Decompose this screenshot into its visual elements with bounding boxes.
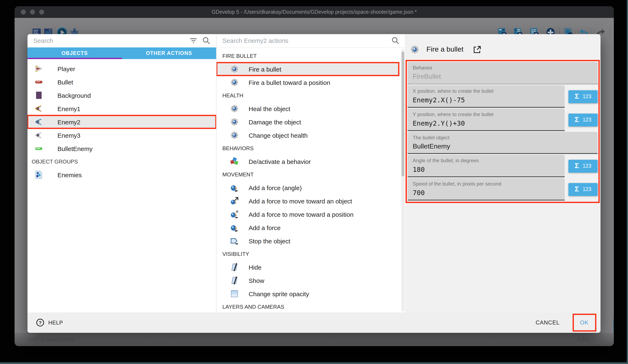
action-row[interactable]: Show [217,274,399,287]
parameter-field[interactable]: Y position, where to create the bulletEn… [408,109,565,131]
action-title: Fire a bullet [426,45,464,54]
close-window-button[interactable] [21,9,26,14]
parameters-form: BehaviorFireBulletX position, where to c… [406,60,600,203]
parameter-row: Angle of the bullet, in degrees180Σ123 [408,155,598,177]
svg-text:?: ? [39,320,42,325]
object-label: BulletEnemy [58,145,92,152]
field-label: Behavior [413,65,593,71]
sigma-icon: Σ [575,116,579,124]
parameter-field[interactable]: Speed of the bullet, in pixels per secon… [408,178,565,200]
object-label: Background [58,92,91,99]
object-row-background[interactable]: Background [27,89,216,102]
object-row-bullet[interactable]: Bullet [27,75,216,89]
field-value: Enemy2.Y()+30 [413,120,560,127]
expression-editor-button[interactable]: Σ123 [568,160,598,173]
action-row[interactable]: Heal the object [217,102,399,115]
actions-search-input[interactable]: Search Enemy2 actions [217,34,405,47]
field-value: BulletEnemy [413,143,593,150]
desktop-edge [0,362,628,364]
behavior-field[interactable]: BehaviorFireBullet [408,62,598,84]
expression-editor-button[interactable]: Σ123 [568,90,598,103]
toolbar-divider [610,27,610,38]
search-icon[interactable] [202,36,211,45]
object-label: Bullet [58,78,73,85]
action-row[interactable]: Change sprite opacity [217,287,399,300]
hide-icon [230,262,239,272]
group-row-enemies[interactable]: Enemies [27,168,216,181]
action-row[interactable]: Add a force to move toward a position [217,208,399,221]
action-row[interactable]: Change object health [217,128,399,142]
background-icon [34,91,43,100]
search-icon[interactable] [391,36,400,45]
sigma-icon: Σ [575,92,579,101]
gear-icon [230,117,239,126]
actions-list: FIRE BULLETFire a bulletFire a bullet to… [217,47,405,312]
filter-icon[interactable] [189,36,198,45]
action-row[interactable]: Damage the object [217,115,399,128]
enemies-group-icon [34,170,43,179]
gear-icon [410,45,420,55]
dialog-footer: ? HELP CANCEL OK [27,312,601,333]
action-row[interactable]: Add a force (angle) [217,181,399,194]
action-row[interactable]: Fire a bullet toward a position [217,76,399,89]
parameter-field[interactable]: The bullet objectBulletEnemy [408,132,598,154]
actions-search-placeholder: Search Enemy2 actions [222,37,288,44]
objects-search-input[interactable]: Search [27,34,216,47]
expression-editor-button[interactable]: Σ123 [568,183,598,196]
action-row[interactable]: Add a force to move toward an object [217,194,399,208]
help-button[interactable]: ? HELP [36,312,63,333]
digits-icon: 123 [583,163,591,169]
sigma-icon: Σ [575,162,579,170]
action-section-header: HEALTH [217,89,405,102]
parameter-field[interactable]: X position, where to create the bulletEn… [408,85,565,108]
object-label: Enemy1 [58,105,80,112]
maximize-window-button[interactable] [39,9,44,14]
action-section-header: BEHAVIORS [217,142,405,155]
field-value: 180 [413,166,560,174]
action-row[interactable]: Fire a bullet [217,62,399,76]
toolbar-search-icon[interactable] [614,27,614,38]
action-label: Add a force to move toward a position [249,211,354,218]
player-ship-icon [34,64,43,73]
action-label: Add a force (angle) [249,184,302,191]
action-row[interactable]: Hide [217,260,399,274]
action-section-header: MOVEMENT [217,168,405,181]
expression-editor-button[interactable]: Σ123 [568,113,598,126]
action-label: Add a force [249,224,280,231]
action-header: Fire a bullet [410,44,481,55]
screen: GDevelop 5 - /Users/dkarakay/Documents/G… [0,0,628,364]
minimize-window-button[interactable] [30,9,35,14]
object-row-enemy2[interactable]: Enemy2 [27,115,216,128]
sigma-icon: Σ [575,185,579,193]
object-row-player[interactable]: Player [27,62,216,75]
object-label: Enemy3 [58,132,80,139]
help-label: HELP [48,319,63,326]
gear-icon [230,78,239,87]
action-row[interactable]: De/activate a behavior [217,155,399,168]
action-label: Heal the object [249,105,290,112]
field-value: FireBullet [413,73,593,80]
tab-other-actions[interactable]: OTHER ACTIONS [122,47,216,59]
object-row-enemy1[interactable]: Enemy1 [27,102,216,115]
external-link-icon[interactable] [473,45,481,54]
parameter-row: Y position, where to create the bulletEn… [408,109,598,131]
actions-scrollbar-thumb[interactable] [401,52,404,176]
parameter-row: The bullet objectBulletEnemy [408,132,598,154]
object-groups-header: OBJECT GROUPS [27,155,216,168]
objects-search-placeholder: Search [33,37,53,44]
cancel-button[interactable]: CANCEL [531,312,564,333]
parameter-field[interactable]: Angle of the bullet, in degrees180 [408,155,565,177]
force-toward-object-icon [230,196,239,205]
object-row-enemy3[interactable]: Enemy3 [27,128,216,142]
tab-objects[interactable]: OBJECTS [27,47,122,59]
behavior-icon [230,157,239,166]
ok-button-highlight [573,314,596,332]
digits-icon: 123 [583,186,591,192]
action-label: Damage the object [249,118,301,125]
action-row[interactable]: Add a force [217,221,399,234]
objects-panel: Search OBJECTS OTHER ACTIONS PlayerBulle… [27,34,216,312]
object-row-bulletenemy[interactable]: BulletEnemy [27,142,216,155]
object-label: Player [58,65,75,72]
action-row[interactable]: Stop the object [217,234,399,247]
digits-icon: 123 [583,94,591,99]
